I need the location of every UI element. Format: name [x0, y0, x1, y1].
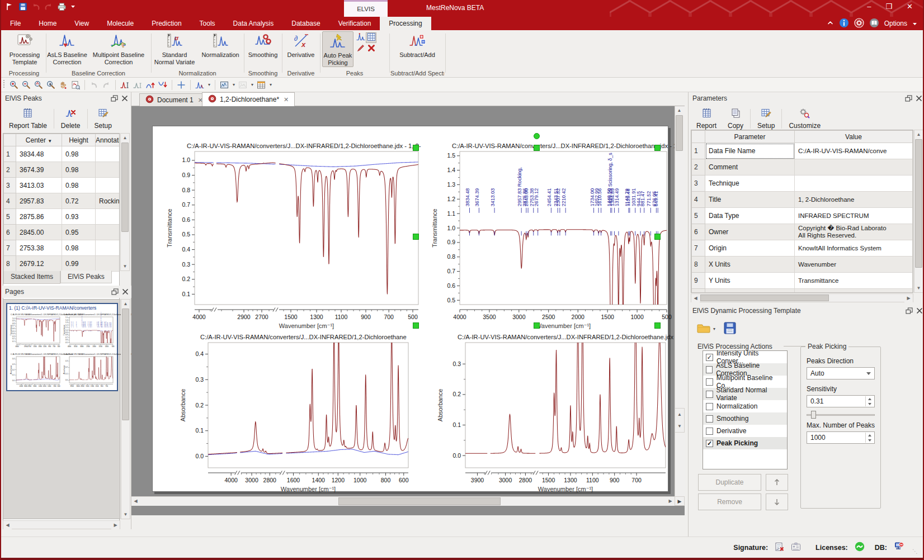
spectrum-chart-bottom-right-thumbnail[interactable]: C:/A-IR-UV-VIS-RAMAN/converters/J...DX-I… — [63, 352, 115, 389]
action-item-standard-normal-variate[interactable]: Standard Normal Variate — [703, 388, 787, 400]
checkbox[interactable] — [706, 366, 713, 373]
collapse-ribbon-icon[interactable] — [827, 19, 834, 28]
print-icon[interactable] — [57, 2, 67, 11]
auto-peak-picking-button[interactable]: Auto Peak Picking — [322, 31, 353, 67]
signature-id-icon[interactable] — [791, 542, 801, 553]
canvas-vscrollbar[interactable]: ▲ ▼ — [675, 106, 685, 506]
peaks-table-row[interactable]: 23674.390.98 — [4, 162, 120, 178]
peaks-table-scrollbar[interactable]: ▲ ▼ — [120, 133, 130, 271]
multipoint-baseline-correction-button[interactable]: Multipoint Baseline Correction — [88, 31, 149, 67]
peak-delete-small-button[interactable] — [366, 44, 376, 54]
document-canvas[interactable]: C:/A-IR-UV-VIS-RAMAN/converters/J...DX-I… — [131, 106, 685, 515]
subtract-add-button[interactable]: Subtract/Add — [395, 31, 440, 67]
standard-normal-variate-button[interactable]: σ Standard Normal Variate — [152, 31, 197, 67]
peaks-table-row[interactable]: 72753.380.98 — [4, 240, 120, 256]
peak-max-icon[interactable] — [146, 80, 155, 89]
close-tab-icon[interactable]: ✕ — [284, 96, 289, 103]
options-menu[interactable]: Options — [884, 20, 907, 27]
save-template-icon[interactable] — [723, 321, 737, 336]
zoom-pointer-icon[interactable] — [46, 80, 55, 89]
action-item-derivative[interactable]: Derivative — [703, 425, 787, 437]
selection-handle[interactable] — [534, 145, 540, 151]
quick-access-dropdown-icon[interactable] — [70, 5, 76, 8]
database-status-icon[interactable] — [894, 542, 904, 553]
selection-handle[interactable] — [534, 322, 540, 329]
resize-grip[interactable]: ⋱ — [912, 548, 918, 554]
selection-handle[interactable] — [654, 145, 661, 151]
parameters-table-row[interactable]: 10Original X Units Wavenumber — [692, 289, 913, 293]
menu-item-view[interactable]: View — [65, 20, 98, 27]
float-panel-icon[interactable] — [904, 94, 913, 106]
pages-scrollbar[interactable]: ▲ ▼ — [121, 299, 130, 519]
peaks-direction-select[interactable]: Auto — [807, 367, 875, 379]
open-template-icon[interactable] — [696, 322, 711, 336]
redo-icon[interactable] — [44, 2, 53, 11]
info-icon[interactable] — [839, 18, 849, 30]
options-dropdown-icon[interactable] — [912, 20, 917, 27]
checkbox[interactable] — [706, 391, 713, 398]
spectrum-chart-top-right[interactable]: C:/A-IR-UV-VIS-RAMAN/converters/J...DX-I… — [428, 142, 670, 329]
action-item-normalization[interactable]: Normalization — [703, 400, 787, 412]
zoom-region-icon[interactable] — [34, 80, 43, 89]
parameters-copy-button[interactable]: Copy — [722, 107, 749, 131]
parameters-table-row[interactable]: 9Y Units Transmittance — [692, 273, 913, 289]
normalization-button[interactable]: Normalization — [198, 31, 243, 67]
spectrum-chart-top-left-thumbnail[interactable]: C:/A-IR-UV-VIS-RAMAN/converters/J...DX-I… — [10, 312, 62, 349]
crosshair-icon[interactable] — [177, 80, 186, 89]
zoom-in-icon[interactable] — [10, 80, 18, 89]
peak-edit-small-button[interactable] — [356, 44, 365, 54]
menu-item-home[interactable]: Home — [30, 20, 65, 27]
peaks-table-row[interactable]: 52875.860.93 — [4, 209, 120, 225]
peak-by-threshold-icon[interactable] — [120, 80, 130, 89]
close-panel-icon[interactable] — [915, 94, 923, 106]
remove-button[interactable]: Remove — [698, 493, 761, 510]
document-tab-1[interactable]: Document 1✕ — [139, 93, 209, 106]
menu-item-prediction[interactable]: Prediction — [143, 20, 190, 27]
canvas-corner-button[interactable]: ▶ — [675, 496, 685, 506]
selection-handle[interactable] — [654, 322, 661, 329]
peaks-table-small-button[interactable] — [356, 32, 365, 43]
manual-book-icon[interactable] — [869, 18, 879, 30]
close-panel-icon[interactable] — [121, 94, 129, 106]
parameters-table-row[interactable]: 4Title 1, 2-Dichloroethane — [692, 192, 913, 208]
duplicate-button[interactable]: Duplicate — [698, 474, 761, 491]
menu-item-molecule[interactable]: Molecule — [98, 20, 143, 27]
checkbox[interactable] — [706, 428, 713, 435]
pan-hand-icon[interactable] — [59, 80, 68, 89]
canvas-hscrollbar[interactable]: ◀ ▶ — [131, 496, 675, 506]
chart-view-icon[interactable] — [220, 80, 229, 89]
report-table-button[interactable]: Report Table — [3, 107, 53, 131]
rotation-handle[interactable] — [534, 133, 540, 139]
spectrum-chart-top-right-thumbnail[interactable]: C:/A-IR-UV-VIS-RAMAN/converters/J...DX-I… — [63, 312, 115, 349]
peaks-table-row[interactable]: 13834.480.98 — [4, 146, 120, 162]
checkbox[interactable] — [706, 403, 713, 410]
delete-peaks-button[interactable]: Delete — [55, 107, 86, 131]
signature-document-icon[interactable] — [775, 542, 784, 553]
tab-elvis-peaks[interactable]: ElViS Peaks — [60, 270, 112, 283]
menu-item-file[interactable]: File — [1, 20, 30, 27]
licenses-status-icon[interactable] — [855, 542, 865, 553]
menu-item-tools[interactable]: Tools — [191, 20, 224, 27]
selection-handle[interactable] — [413, 145, 419, 151]
spectrum-chart-top-left[interactable]: C:/A-IR-UV-VIS-RAMAN/converters/J...DX-I… — [163, 142, 421, 329]
smoothing-button[interactable]: Smoothing — [245, 31, 281, 67]
column-header-annotation[interactable]: Annotation — [96, 134, 120, 146]
table-view-icon[interactable] — [257, 80, 266, 89]
move-up-button[interactable] — [766, 474, 788, 491]
undo-icon[interactable] — [31, 2, 40, 11]
derivative-button[interactable]: ∂x Derivative — [283, 31, 319, 67]
parameters-setup-button[interactable]: Setup — [752, 107, 780, 131]
selection-handle[interactable] — [654, 234, 661, 240]
move-down-button[interactable] — [766, 493, 788, 510]
menu-item-processing[interactable]: Processing — [380, 17, 431, 30]
parameters-vscrollbar[interactable]: ▲ ▼ — [914, 130, 923, 293]
parameters-table-row[interactable]: 3Technique — [692, 175, 913, 192]
max-peaks-input[interactable]: 1000 — [807, 431, 875, 444]
column-header-parameter[interactable]: Parameter — [705, 131, 795, 143]
document-tab-2[interactable]: 1,2-Dichloroethane*✕ — [202, 92, 295, 106]
save-icon[interactable] — [18, 2, 27, 11]
toolbar-drag-handle[interactable] — [2, 79, 6, 91]
float-panel-icon[interactable] — [110, 94, 119, 106]
selection-handle[interactable] — [413, 234, 419, 240]
sensitivity-slider[interactable] — [807, 410, 875, 420]
